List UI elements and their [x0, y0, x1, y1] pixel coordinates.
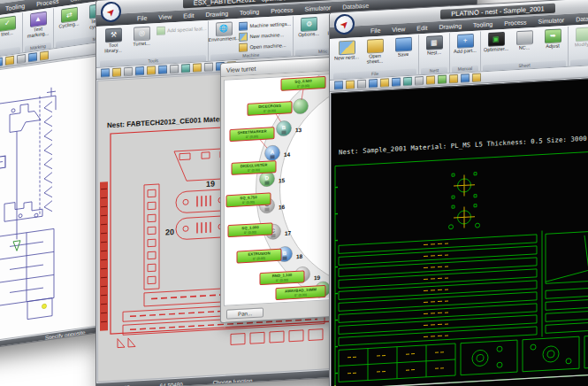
- toolbar-icon[interactable]: [135, 66, 144, 76]
- ribbon-group-cut: ✓ tool...: [0, 12, 23, 57]
- pan-button[interactable]: Pan...: [226, 307, 263, 319]
- cad-drawing: [0, 56, 97, 343]
- platino-nest-canvas[interactable]: Nest: Sample_2001 Material: PL_MS L5 Thi…: [331, 74, 588, 386]
- toolbar-icon[interactable]: [204, 63, 213, 73]
- menu-tooling[interactable]: Tooling: [240, 9, 259, 16]
- open-sheet-icon: [367, 39, 384, 54]
- svg-text:0° (0.00): 0° (0.00): [276, 278, 288, 282]
- toolbar-icon[interactable]: [181, 64, 190, 73]
- toolbar-icon[interactable]: [392, 77, 401, 87]
- toolbar-icon[interactable]: [380, 78, 389, 88]
- toolbar-icon[interactable]: [426, 75, 435, 85]
- svg-text:D: D: [265, 175, 270, 181]
- toolbar-icon[interactable]: [147, 66, 156, 75]
- toolbar-icon[interactable]: [415, 76, 424, 86]
- options-button[interactable]: ⚙ Options...: [295, 15, 322, 44]
- svg-text:16: 16: [279, 204, 286, 210]
- svg-text:0° (0.00): 0° (0.00): [253, 257, 265, 261]
- menu-database[interactable]: Database: [576, 15, 588, 23]
- menu-simulator[interactable]: Simulator: [305, 4, 332, 12]
- nc-button[interactable]: NC...: [511, 28, 538, 58]
- menu-drawing[interactable]: Drawing: [205, 11, 228, 18]
- menu-edit[interactable]: Edit: [183, 12, 194, 19]
- nc-icon: [516, 30, 533, 45]
- toolbar-icon[interactable]: [112, 67, 121, 77]
- turret-button[interactable]: ◎ Turret...: [128, 24, 155, 53]
- toolbar-icon[interactable]: [158, 65, 167, 74]
- turret-icon: ◎: [134, 27, 150, 42]
- menu-view[interactable]: View: [392, 26, 405, 33]
- menu-tooling[interactable]: Tooling: [5, 3, 25, 12]
- add-special-feature-button[interactable]: Add special feat...: [157, 24, 206, 35]
- toolbar-icon[interactable]: [170, 65, 179, 74]
- turret-tool-label: SQ_1.000 0° (0.00): [228, 223, 272, 237]
- menu-process[interactable]: Process: [504, 19, 526, 27]
- dialog-title: View turret: [226, 65, 256, 73]
- tool-library-icon: ⚒: [105, 27, 122, 42]
- environment-icon: 🌐: [216, 21, 233, 36]
- menu-view[interactable]: View: [158, 13, 172, 20]
- menu-edit[interactable]: Edit: [416, 25, 427, 32]
- cycling-icon: ⇄: [61, 7, 78, 24]
- cycling-button[interactable]: ⇄ Cycling...: [56, 4, 82, 35]
- add-part-button[interactable]: + Add part...: [452, 32, 478, 61]
- toolbar-icon[interactable]: [334, 81, 343, 90]
- new-nest-icon: [339, 40, 355, 55]
- toolbar-icon[interactable]: [17, 54, 26, 64]
- menu-process[interactable]: Process: [36, 0, 58, 7]
- part-number-label: 19: [206, 179, 215, 189]
- toolbar-icon[interactable]: [357, 80, 366, 89]
- toolbar-icon[interactable]: [449, 74, 458, 84]
- environment-button[interactable]: 🌐 Environment...: [210, 19, 237, 49]
- cad-canvas[interactable]: [0, 56, 97, 346]
- toolbar-icon[interactable]: [472, 73, 481, 82]
- turret-tool-label: AWAYBAD_10MM 0° (0.00): [276, 285, 325, 299]
- toolbar-icon[interactable]: [369, 79, 378, 89]
- toolbar-icon[interactable]: [101, 68, 110, 78]
- part-number-label: 20: [165, 228, 174, 237]
- modify-button[interactable]: Modify...: [570, 25, 588, 54]
- window-cad-editor: Tooling Process Simulator Database ✓ too…: [0, 0, 99, 353]
- tool-library-button[interactable]: ⚒ Tool library...: [100, 26, 126, 55]
- machine-settings-button[interactable]: Machine settings...: [239, 19, 291, 31]
- toolbar-icon[interactable]: [0, 58, 3, 67]
- toolbar-icon[interactable]: [461, 73, 470, 83]
- new-machine-button[interactable]: New machine...: [239, 30, 291, 42]
- toolbar-icon[interactable]: [28, 52, 37, 62]
- text-marking-icon: ▲: [30, 12, 47, 28]
- optimizer-button[interactable]: ▣ Optimizer...: [483, 30, 509, 59]
- toolbar-icon[interactable]: [5, 56, 14, 66]
- tool-button[interactable]: ✓ tool...: [0, 13, 20, 44]
- svg-text:0° (0.00): 0° (0.00): [263, 109, 276, 113]
- toolbar-icon[interactable]: [438, 75, 447, 85]
- svg-text:14: 14: [284, 151, 291, 158]
- window-platino-nest: PLATINO - nest - Sample_2001 ➤ File View…: [329, 0, 588, 386]
- svg-text:0° (0.00): 0° (0.00): [294, 293, 307, 297]
- save-button[interactable]: Save: [390, 35, 416, 64]
- toolbar-icon[interactable]: [40, 50, 49, 60]
- new-nest-button[interactable]: New nest...: [333, 38, 360, 67]
- svg-text:0° (0.00): 0° (0.00): [244, 230, 256, 235]
- menu-database[interactable]: Database: [342, 3, 369, 11]
- menu-simulator[interactable]: Simulator: [538, 17, 565, 25]
- menu-tooling[interactable]: Tooling: [473, 21, 493, 28]
- ribbon-group-interactive-optimize: Modify... View orde... Interactive zones…: [569, 21, 588, 66]
- ribbon-group-manual: + Add part... Manual: [450, 31, 481, 73]
- adjust-icon: ➥: [545, 28, 561, 43]
- snap-point-icon: [42, 304, 46, 309]
- toolbar-icon[interactable]: [346, 80, 355, 89]
- menu-file[interactable]: File: [370, 27, 380, 35]
- adjust-button[interactable]: ➥ Adjust: [539, 27, 566, 56]
- turret-view[interactable]: B 13 A 14 D 15: [224, 73, 332, 306]
- menu-drawing[interactable]: Drawing: [439, 23, 462, 30]
- nest-button[interactable]: ▦ Nest...: [421, 34, 447, 63]
- text-marking-button[interactable]: ▲ Text marking...: [25, 9, 51, 40]
- toolbar-icon[interactable]: [193, 63, 202, 73]
- menu-file[interactable]: File: [137, 15, 147, 22]
- open-sheet-button[interactable]: Open sheet...: [362, 36, 388, 66]
- menu-process[interactable]: Process: [271, 7, 293, 14]
- turret-tool-label: DICECROSS 0° (0.00): [248, 102, 292, 116]
- toolbar-icon[interactable]: [124, 67, 133, 77]
- toolbar-icon[interactable]: [403, 77, 412, 87]
- sheet-edge-line: [335, 372, 588, 386]
